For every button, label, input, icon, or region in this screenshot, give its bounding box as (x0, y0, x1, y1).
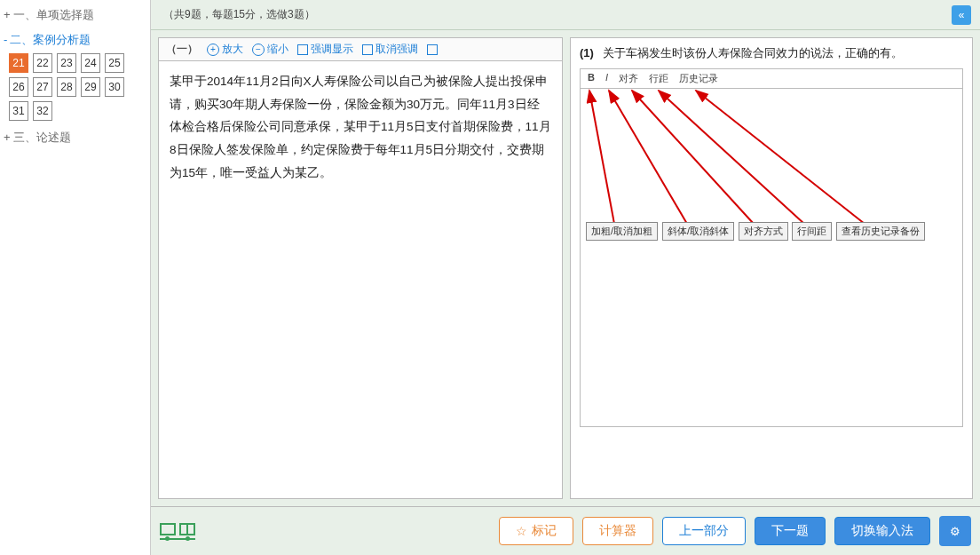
answer-editor: B I 对齐 行距 历史记录 (580, 68, 963, 427)
sidebar-section-2[interactable]: -二、案例分析题 (4, 32, 146, 48)
layout-split-icon (179, 523, 195, 535)
svg-line-4 (696, 91, 865, 224)
sidebar-section-1[interactable]: +一、单项选择题 (4, 7, 146, 23)
annotation-align: 对齐方式 (739, 222, 788, 241)
question-nav-27[interactable]: 27 (33, 77, 52, 97)
zoom-in-button[interactable]: +放大 (207, 42, 243, 57)
collapse-panel-button[interactable]: « (952, 5, 971, 25)
unhighlight-icon (362, 44, 373, 55)
highlight-button[interactable]: 强调显示 (297, 42, 353, 57)
switch-ime-button[interactable]: 切换输入法 (834, 517, 930, 545)
history-button[interactable]: 历史记录 (679, 72, 718, 85)
svg-line-1 (609, 91, 687, 224)
annotation-overlay: 加粗/取消加粗 斜体/取消斜体 对齐方式 行间距 查看历史记录备份 (581, 89, 962, 426)
question-nav-24[interactable]: 24 (81, 53, 100, 73)
cancel-highlight-button[interactable]: 取消强调 (362, 42, 418, 57)
highlight-icon (297, 44, 308, 55)
question-nav-23[interactable]: 23 (57, 53, 76, 73)
next-question-button[interactable]: 下一题 (755, 517, 826, 545)
question-nav-29[interactable]: 29 (81, 77, 100, 97)
passage-toolbar: （一） +放大 −缩小 强调显示 取消强调 (159, 38, 562, 61)
layout-switcher[interactable] (160, 523, 195, 540)
question-grid: 212223242526272829303132 (4, 53, 146, 121)
plus-icon: + (207, 44, 219, 56)
question-number: (1) (580, 46, 594, 59)
italic-button[interactable]: I (605, 72, 608, 85)
question-text: 关于车祸发生时该份人寿保险合同效力的说法，正确的有。 (603, 46, 903, 59)
section-info-text: （共9题，每题15分，选做3题） (163, 8, 315, 20)
section-info-bar: （共9题，每题15分，选做3题） « (151, 0, 980, 30)
prev-section-button[interactable]: 上一部分 (662, 517, 746, 545)
editor-textarea[interactable]: 加粗/取消加粗 斜体/取消斜体 对齐方式 行间距 查看历史记录备份 (581, 89, 962, 426)
passage-pane: （一） +放大 −缩小 强调显示 取消强调 某甲于2014年11月2日向X人寿保… (158, 37, 563, 499)
collapse-icon: - (4, 33, 7, 46)
passage-text: 某甲于2014年11月2日向X人寿保险公司以自己为被保险人提出投保申请，购买30… (159, 61, 562, 193)
question-nav-30[interactable]: 30 (105, 77, 124, 97)
layout-connector-icon (160, 538, 195, 540)
svg-line-3 (659, 91, 804, 224)
spacing-button[interactable]: 行距 (649, 72, 668, 85)
sidebar: +一、单项选择题 -二、案例分析题 2122232425262728293031… (0, 0, 151, 555)
star-icon: ☆ (516, 524, 527, 538)
question-nav-25[interactable]: 25 (105, 53, 124, 73)
save-toggle-button[interactable] (427, 44, 438, 55)
answer-pane: (1) 关于车祸发生时该份人寿保险合同效力的说法，正确的有。 B I 对齐 行距… (570, 37, 973, 499)
question-nav-21[interactable]: 21 (9, 53, 28, 73)
question-nav-32[interactable]: 32 (33, 101, 52, 121)
question-nav-28[interactable]: 28 (57, 77, 76, 97)
gear-icon: ⚙ (950, 525, 960, 538)
annotation-italic: 斜体/取消斜体 (662, 222, 734, 241)
minus-icon: − (252, 44, 265, 56)
layout-single-icon (160, 523, 176, 535)
question-header: (1) 关于车祸发生时该份人寿保险合同效力的说法，正确的有。 (571, 38, 972, 68)
question-nav-22[interactable]: 22 (33, 53, 52, 73)
annotation-spacing: 行间距 (792, 222, 832, 241)
question-nav-26[interactable]: 26 (9, 77, 28, 97)
editor-toolbar: B I 对齐 行距 历史记录 (581, 69, 962, 89)
align-button[interactable]: 对齐 (619, 72, 638, 85)
calculator-button[interactable]: 计算器 (582, 517, 653, 545)
bold-button[interactable]: B (588, 72, 595, 85)
svg-line-0 (589, 91, 614, 224)
save-icon (427, 44, 438, 55)
question-nav-31[interactable]: 31 (9, 101, 28, 121)
bottom-bar: ☆标记 计算器 上一部分 下一题 切换输入法 ⚙ (151, 506, 980, 555)
annotation-bold: 加粗/取消加粗 (586, 222, 658, 241)
settings-button[interactable]: ⚙ (939, 516, 971, 546)
annotation-history: 查看历史记录备份 (836, 222, 925, 241)
passage-section-label: （一） (166, 42, 198, 57)
main-area: （共9题，每题15分，选做3题） « （一） +放大 −缩小 强调显示 取消强调… (151, 0, 980, 555)
expand-icon: + (4, 8, 11, 21)
zoom-out-button[interactable]: −缩小 (252, 42, 288, 57)
sidebar-section-3[interactable]: +三、论述题 (4, 130, 146, 146)
expand-icon: + (4, 131, 11, 144)
svg-line-2 (632, 91, 754, 224)
mark-button[interactable]: ☆标记 (499, 517, 573, 545)
